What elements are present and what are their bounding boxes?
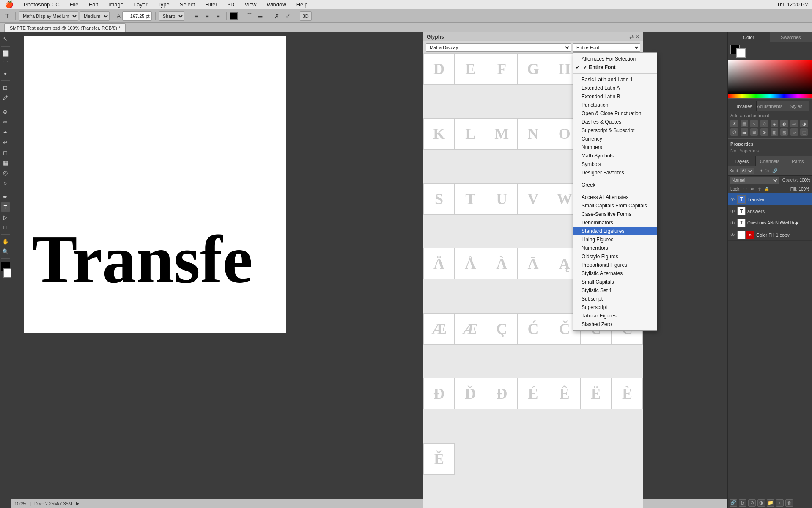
dropdown-item-oldstyle-figures[interactable]: Oldstyle Figures — [573, 252, 657, 261]
dropdown-item-extended-latin-a[interactable]: Extended Latin A — [573, 84, 657, 92]
glyph-cell-A-grave[interactable]: À — [486, 248, 517, 279]
history-brush-tool[interactable]: ↩ — [1, 138, 10, 147]
dropdown-item-math-symbols[interactable]: Math Symbols — [573, 152, 657, 160]
dropdown-item-greek[interactable]: Greek — [573, 181, 657, 189]
dropdown-item-alternates[interactable]: Alternates For Selection — [573, 55, 657, 63]
dropdown-item-basic-latin[interactable]: Basic Latin and Latin 1 — [573, 75, 657, 84]
dropdown-item-numbers[interactable]: Numbers — [573, 143, 657, 152]
tool-type-icon[interactable]: T — [3, 11, 12, 21]
glyph-cell-A-ring[interactable]: Å — [455, 248, 486, 279]
align-left-btn[interactable]: ≡ — [192, 11, 201, 21]
shape-tool[interactable]: □ — [1, 223, 10, 232]
glyph-cell-L[interactable]: L — [455, 118, 486, 149]
lock-all-icon[interactable]: 🔒 — [764, 186, 770, 192]
menu-window[interactable]: Window — [265, 1, 288, 8]
magic-wand-tool[interactable]: ✦ — [1, 69, 10, 78]
menu-3d[interactable]: 3D — [226, 1, 236, 8]
hand-tool[interactable]: ✋ — [1, 237, 10, 246]
menu-layer[interactable]: Layer — [132, 1, 149, 8]
adj-brightness[interactable]: ☀ — [730, 120, 738, 127]
adj-invert[interactable]: ⊘ — [760, 128, 768, 136]
glyph-cell-D-caron[interactable]: Ď — [455, 378, 486, 409]
glyph-cell-N[interactable]: N — [517, 118, 549, 149]
menu-type[interactable]: Type — [156, 1, 171, 8]
glyphs-font-select[interactable]: Mafra Display — [426, 43, 571, 52]
dropdown-item-stylistic-set-1[interactable]: Stylistic Set 1 — [573, 286, 657, 295]
menu-image[interactable]: Image — [107, 1, 125, 8]
dropdown-item-denominators[interactable]: Denominators — [573, 218, 657, 227]
layer-item-answers[interactable]: 👁 T answers — [728, 205, 812, 217]
move-tool[interactable]: ↖ — [1, 34, 10, 43]
glyph-cell-D-bar[interactable]: Đ — [486, 378, 517, 409]
layer-link-btn[interactable]: 🔗 — [730, 499, 737, 507]
glyph-cell-E[interactable]: E — [455, 53, 486, 85]
tab-layers[interactable]: Layers — [728, 156, 756, 166]
dropdown-item-lining-figures[interactable]: Lining Figures — [573, 235, 657, 244]
adj-exposure[interactable]: ⊙ — [760, 120, 768, 127]
kind-select[interactable]: All — [740, 168, 754, 174]
align-center-btn[interactable]: ≡ — [203, 11, 212, 21]
adj-curves[interactable]: ∿ — [750, 120, 758, 127]
glyph-cell-F[interactable]: F — [486, 53, 517, 85]
glyph-cell-V[interactable]: V — [517, 183, 549, 215]
document-tab[interactable]: SMPTE Test pattern.psd @ 100% (Transfer,… — [4, 23, 126, 32]
layer-delete-btn[interactable]: 🗑 — [785, 499, 793, 507]
glyphs-subset-select[interactable]: Entire Font — [573, 43, 640, 52]
dropdown-item-currency[interactable]: Currency — [573, 135, 657, 143]
glyph-cell-E-grave[interactable]: È — [612, 378, 643, 409]
gradient-tool[interactable]: ▦ — [1, 158, 10, 167]
glyph-cell-E-caron[interactable]: Ě — [423, 443, 455, 475]
color-hue-bar[interactable] — [728, 94, 812, 98]
dropdown-item-designer-favorites[interactable]: Designer Favorites — [573, 168, 657, 177]
dropdown-item-tabular-figures[interactable]: Tabular Figures — [573, 312, 657, 320]
eraser-tool[interactable]: ◻ — [1, 148, 10, 157]
text-options-btn[interactable]: ☰ — [256, 11, 265, 21]
dropdown-item-extended-latin-b[interactable]: Extended Latin B — [573, 92, 657, 101]
lock-position-icon[interactable]: ✛ — [757, 186, 763, 192]
glyph-cell-E-uml[interactable]: Ë — [580, 378, 612, 409]
dropdown-item-proportional-figures[interactable]: Proportional Figures — [573, 261, 657, 269]
glyph-cell-E-acute[interactable]: É — [517, 378, 549, 409]
dropdown-item-case-sensitive[interactable]: Case-Sensitive Forms — [573, 210, 657, 218]
dropdown-item-punctuation[interactable]: Punctuation — [573, 101, 657, 109]
adj-channel-mixer[interactable]: ☷ — [741, 128, 748, 136]
text-color-swatch[interactable] — [230, 12, 238, 20]
layer-vis-answers[interactable]: 👁 — [730, 208, 735, 214]
dropdown-item-slashed-zero[interactable]: Slashed Zero — [573, 320, 657, 329]
color-picker[interactable] — [728, 60, 812, 94]
adj-hsl[interactable]: ◐ — [780, 120, 788, 127]
adj-vibrance[interactable]: ◈ — [771, 120, 778, 127]
glyphs-collapse-icon[interactable]: ⇄ — [629, 34, 634, 40]
align-right-btn[interactable]: ≡ — [214, 11, 223, 21]
glyph-cell-A-macron[interactable]: Ā — [517, 248, 549, 279]
cancel-btn[interactable]: ✗ — [272, 11, 282, 21]
font-style-select[interactable]: Medium — [80, 11, 110, 21]
marquee-tool[interactable]: ⬜ — [1, 49, 10, 58]
adj-bw[interactable]: ◑ — [800, 120, 808, 127]
glyph-cell-E-circ[interactable]: Ê — [549, 378, 580, 409]
glyph-cell-AE-1[interactable]: Æ — [423, 313, 455, 345]
adj-photo-filter[interactable]: ⬡ — [730, 128, 738, 136]
lasso-tool[interactable]: ⌒ — [1, 59, 10, 68]
dodge-tool[interactable]: ○ — [1, 178, 10, 188]
layer-vis-colorfill[interactable]: 👁 — [730, 232, 735, 238]
dropdown-item-numerators[interactable]: Numerators — [573, 244, 657, 252]
glyph-cell-D[interactable]: D — [423, 53, 455, 85]
stamp-tool[interactable]: ✦ — [1, 127, 10, 137]
layer-item-questions[interactable]: 👁 T Questions ANdNoWwITh ◆ — [728, 217, 812, 229]
crop-tool[interactable]: ⊡ — [1, 83, 10, 92]
path-selection-tool[interactable]: ▷ — [1, 213, 10, 222]
adj-threshold[interactable]: ▧ — [780, 128, 788, 136]
menu-filter[interactable]: Filter — [203, 1, 219, 8]
dropdown-item-small-capitals[interactable]: Small Capitals — [573, 278, 657, 286]
background-swatch[interactable] — [736, 48, 746, 58]
adj-gradient-map[interactable]: ▱ — [790, 128, 798, 136]
eyedropper-tool[interactable]: 🖍 — [1, 93, 10, 102]
layer-vis-questions[interactable]: 👁 — [730, 220, 735, 226]
menu-view[interactable]: View — [243, 1, 258, 8]
glyph-cell-C-ced[interactable]: Ç — [486, 313, 517, 345]
layer-folder-btn[interactable]: 📁 — [767, 499, 774, 507]
dropdown-item-symbols[interactable]: Symbols — [573, 160, 657, 168]
dropdown-item-small-caps-from-caps[interactable]: Small Capitals From Capitals — [573, 202, 657, 210]
3d-btn[interactable]: 3D — [300, 11, 312, 21]
